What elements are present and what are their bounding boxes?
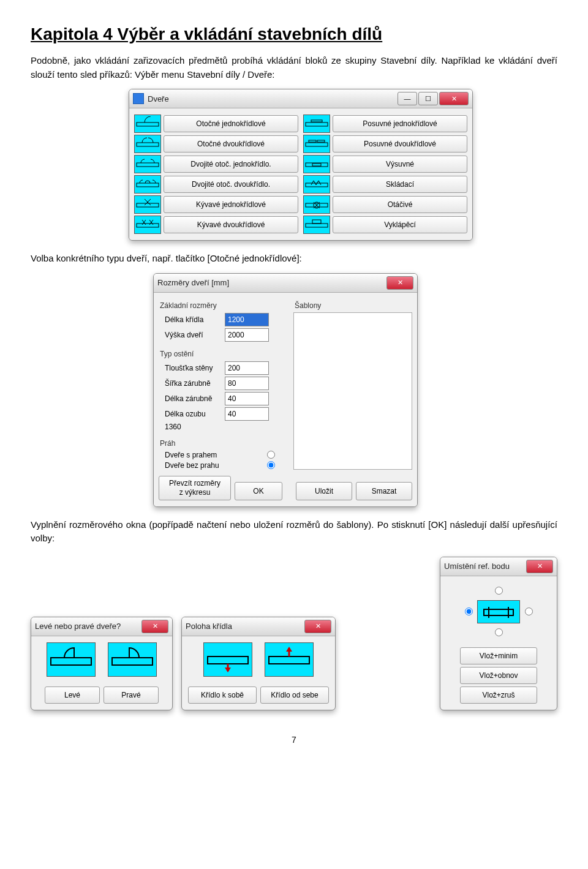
sablony-label: Šablony: [295, 301, 412, 310]
door-symbol-icon: [134, 115, 161, 133]
delka-kridla-label: Délka křídla: [165, 315, 221, 324]
close-button[interactable]: ✕: [386, 276, 413, 290]
k-sobe-symbol-icon: [203, 642, 252, 677]
door-symbol-icon: [303, 216, 330, 234]
rozmery-title: Rozměry dveří [mm]: [157, 278, 386, 287]
dvere-window: Dveře — ☐ ✕ Otočné jednokřídlové Otočné …: [129, 89, 473, 241]
vloz-zrus-button[interactable]: Vlož+zruš: [460, 687, 537, 704]
svg-rect-15: [309, 140, 316, 142]
od-sebe-symbol-icon: [265, 642, 314, 677]
kridlo-od-sebe-button[interactable]: Křídlo od sebe: [260, 687, 329, 704]
ref-center-icon: [477, 600, 520, 623]
vyska-dveri-input[interactable]: [225, 328, 269, 342]
svg-rect-16: [317, 140, 325, 142]
otocne-dvoukridlove-button[interactable]: Otočné dvoukřídlové: [164, 135, 298, 152]
sablony-listbox[interactable]: [293, 312, 412, 470]
poloha-window: Poloha křídla ✕ Křídlo k sobě Křídlo od …: [181, 617, 336, 710]
ref-bottom-radio[interactable]: [495, 628, 503, 636]
svg-rect-12: [306, 122, 328, 126]
app-icon: [133, 93, 144, 104]
skladaci-button[interactable]: Skládací: [333, 176, 467, 193]
svg-rect-2: [137, 163, 159, 167]
door-symbol-icon: [134, 135, 161, 153]
svg-rect-0: [137, 122, 159, 126]
posuvne-dvoukridlove-button[interactable]: Posuvné dvoukřídlové: [333, 135, 467, 152]
vysuvne-button[interactable]: Výsuvné: [333, 156, 467, 173]
close-button[interactable]: ✕: [141, 620, 168, 633]
vloz-obnov-button[interactable]: Vlož+obnov: [460, 667, 537, 684]
leve-button[interactable]: Levé: [45, 687, 100, 704]
otacive-button[interactable]: Otáčivé: [333, 196, 467, 213]
svg-rect-3: [137, 183, 159, 187]
group-basic-label: Základní rozměry: [160, 301, 287, 310]
door-symbol-icon: [303, 135, 330, 153]
svg-rect-1: [137, 143, 159, 146]
smazat-button[interactable]: Smazat: [356, 482, 412, 500]
tloustka-steny-input[interactable]: [225, 361, 269, 375]
dvojite-jednokridlo-button[interactable]: Dvojité otoč. jednokřídlo.: [164, 156, 298, 173]
kridlo-k-sobe-button[interactable]: Křídlo k sobě: [188, 687, 257, 704]
posuvne-jednokridlove-button[interactable]: Posuvné jednokřídlové: [333, 115, 467, 132]
close-button[interactable]: ✕: [439, 92, 469, 105]
paragraph-2: Volba konkrétního typu dveří, např. tlač…: [31, 252, 557, 266]
s-prahem-radio[interactable]: [267, 451, 275, 459]
maximize-button[interactable]: ☐: [418, 92, 438, 105]
tloustka-steny-label: Tloušťka stěny: [165, 364, 221, 372]
svg-rect-25: [312, 220, 321, 224]
bez-prahu-radio[interactable]: [267, 461, 275, 469]
dvere-right-column: Posuvné jednokřídlové Posuvné dvoukřídlo…: [303, 115, 467, 234]
leve-prave-title: Levé nebo pravé dveře?: [35, 622, 141, 631]
refbod-window: Umístění ref. bodu ✕ Vlož+minim Vlož+obn…: [440, 557, 557, 710]
group-osteni-label: Typ ostění: [160, 350, 287, 358]
otocne-jednokridlove-button[interactable]: Otočné jednokřídlové: [164, 115, 298, 132]
delka-ozubu-label: Délka ozubu: [165, 410, 221, 418]
ref-top-radio[interactable]: [495, 587, 503, 595]
prave-symbol-icon: [108, 642, 157, 677]
prave-button[interactable]: Pravé: [104, 687, 159, 704]
s-prahem-label: Dveře s prahem: [165, 451, 217, 459]
ref-point-grid: [447, 585, 551, 639]
door-symbol-icon: [303, 115, 330, 133]
delka-zarubne-label: Délka zárubně: [165, 394, 221, 403]
refbod-title: Umístění ref. bodu: [444, 562, 526, 571]
ref-left-radio[interactable]: [465, 608, 473, 615]
door-symbol-icon: [303, 175, 330, 194]
svg-rect-7: [137, 224, 159, 227]
door-symbol-icon: [134, 216, 161, 234]
door-symbol-icon: [134, 195, 161, 214]
leve-symbol-icon: [47, 642, 96, 677]
ulozit-button[interactable]: Uložit: [296, 482, 352, 500]
ok-button[interactable]: OK: [235, 482, 282, 500]
poloha-title: Poloha křídla: [186, 622, 304, 631]
poloha-titlebar: Poloha křídla ✕: [182, 617, 335, 636]
svg-rect-28: [208, 656, 248, 664]
svg-rect-13: [311, 120, 322, 122]
vyklapeci-button[interactable]: Vyklápěcí: [333, 216, 467, 233]
svg-rect-24: [306, 224, 328, 227]
svg-rect-29: [269, 656, 309, 664]
page-heading: Kapitola 4 Výběr a vkládání stavebních d…: [31, 24, 557, 44]
svg-rect-4: [137, 203, 159, 207]
dvojite-dvoukridlo-button[interactable]: Dvojité otoč. dvoukřídlo.: [164, 176, 298, 193]
svg-rect-14: [306, 143, 328, 146]
close-button[interactable]: ✕: [304, 620, 331, 633]
page-number: 7: [31, 735, 557, 745]
ref-right-radio[interactable]: [525, 608, 533, 615]
delka-zarubne-input[interactable]: [225, 392, 269, 405]
delka-ozubu-input[interactable]: [225, 407, 269, 421]
svg-rect-18: [312, 164, 321, 166]
leve-prave-window: Levé nebo pravé dveře? ✕ Levé Pravé: [31, 617, 173, 710]
close-button[interactable]: ✕: [526, 560, 553, 573]
svg-rect-26: [51, 658, 91, 665]
door-symbol-icon: [303, 155, 330, 173]
group-prah-label: Práh: [160, 439, 287, 448]
delka-kridla-input[interactable]: [225, 313, 269, 326]
minimize-button[interactable]: —: [398, 92, 417, 105]
kyvave-jednokridlove-button[interactable]: Kývavé jednokřídlové: [164, 196, 298, 213]
sirka-zarubne-label: Šířka zárubně: [165, 379, 221, 388]
vloz-minim-button[interactable]: Vlož+minim: [460, 647, 537, 664]
sirka-zarubne-input[interactable]: [225, 377, 269, 390]
prevzit-button[interactable]: Převzít rozměry z výkresu: [159, 476, 231, 500]
door-symbol-icon: [134, 155, 161, 173]
kyvave-dvoukridlove-button[interactable]: Kývavé dvoukřídlové: [164, 216, 298, 233]
